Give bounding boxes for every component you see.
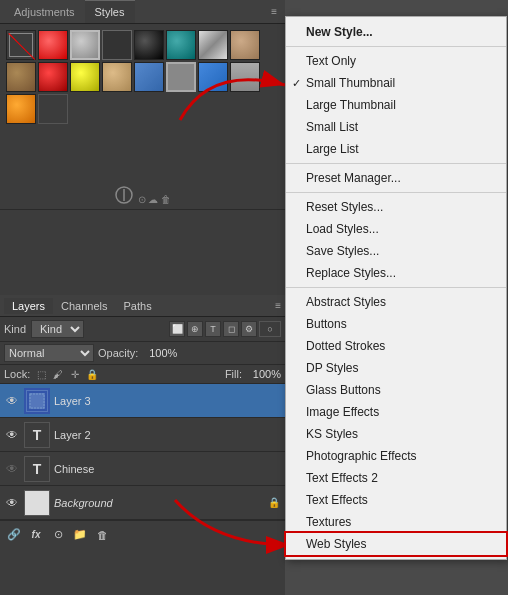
menu-buttons[interactable]: Buttons xyxy=(286,313,506,335)
layer-row-background[interactable]: 👁 Background 🔒 xyxy=(0,486,285,520)
background-name: Background xyxy=(54,497,263,509)
swatch-blue2[interactable] xyxy=(198,62,228,92)
eye-icon-background[interactable]: 👁 xyxy=(4,495,20,511)
menu-dp[interactable]: DP Styles xyxy=(286,357,506,379)
menu-ks[interactable]: KS Styles xyxy=(286,423,506,445)
menu-sep-2 xyxy=(286,163,506,164)
menu-text-fx2[interactable]: Text Effects 2 xyxy=(286,467,506,489)
panel-options-icon xyxy=(114,185,134,205)
layer3-name: Layer 3 xyxy=(54,395,281,407)
menu-large-list[interactable]: Large List xyxy=(286,138,506,160)
swatch-teal[interactable] xyxy=(166,30,196,60)
delete-icon[interactable]: 🗑 xyxy=(94,527,110,543)
thumb-layer2: T xyxy=(24,422,50,448)
menu-load-styles[interactable]: Load Styles... xyxy=(286,218,506,240)
lock-icons: ⬚ 🖌 ✛ 🔒 xyxy=(34,367,99,381)
lock-move-icon[interactable]: ✛ xyxy=(68,367,82,381)
menu-text-only[interactable]: Text Only xyxy=(286,50,506,72)
eye-icon-chinese[interactable]: 👁 xyxy=(4,461,20,477)
background-lock-icon: 🔒 xyxy=(267,497,281,508)
chinese-name: Chinese xyxy=(54,463,281,475)
tab-adjustments[interactable]: Adjustments xyxy=(4,0,85,23)
menu-abstract[interactable]: Abstract Styles xyxy=(286,291,506,313)
lock-all-icon[interactable]: 🔒 xyxy=(85,367,99,381)
layer-row-layer3[interactable]: 👁 Layer 3 xyxy=(0,384,285,418)
eye-icon-layer3[interactable]: 👁 xyxy=(4,393,20,409)
menu-web-styles[interactable]: Web Styles xyxy=(286,533,506,555)
swatch-empty[interactable] xyxy=(38,94,68,124)
menu-small-thumb[interactable]: Small Thumbnail xyxy=(286,72,506,94)
swatch-red2[interactable] xyxy=(38,62,68,92)
menu-photo[interactable]: Photographic Effects xyxy=(286,445,506,467)
swatch-blue-sq[interactable] xyxy=(134,62,164,92)
swatch-dark[interactable] xyxy=(102,30,132,60)
layer-row-layer2[interactable]: 👁 T Layer 2 xyxy=(0,418,285,452)
thumb-chinese: T xyxy=(24,456,50,482)
filter-pixel-icon[interactable]: ⬜ xyxy=(169,321,185,337)
swatch-lightgray[interactable] xyxy=(230,62,260,92)
blend-mode-select[interactable]: Normal xyxy=(4,344,94,362)
menu-sep-3 xyxy=(286,192,506,193)
svg-rect-2 xyxy=(28,392,46,410)
eye-icon-layer2[interactable]: 👁 xyxy=(4,427,20,443)
mask-icon[interactable]: ⊙ xyxy=(50,527,66,543)
kind-select[interactable]: Kind xyxy=(31,320,84,338)
tab-styles[interactable]: Styles xyxy=(85,0,135,23)
menu-reset-styles[interactable]: Reset Styles... xyxy=(286,196,506,218)
filter-shape-icon[interactable]: ◻ xyxy=(223,321,239,337)
menu-save-styles[interactable]: Save Styles... xyxy=(286,240,506,262)
lock-label: Lock: xyxy=(4,368,30,380)
layers-filter-row: Kind Kind ⬜ ⊕ T ◻ ⚙ ○ xyxy=(0,317,285,342)
layer-row-chinese[interactable]: 👁 T Chinese xyxy=(0,452,285,486)
swatch-silver[interactable] xyxy=(198,30,228,60)
menu-textures[interactable]: Textures xyxy=(286,511,506,533)
swatch-black[interactable] xyxy=(134,30,164,60)
layers-menu-button[interactable]: ≡ xyxy=(275,300,281,311)
lock-transparent-icon[interactable]: ⬚ xyxy=(34,367,48,381)
link-icon[interactable]: 🔗 xyxy=(6,527,22,543)
filter-toggle[interactable]: ○ xyxy=(259,321,281,337)
swatch-nostyle[interactable] xyxy=(6,30,36,60)
opacity-label: Opacity: xyxy=(98,347,138,359)
swatch-tan2[interactable] xyxy=(102,62,132,92)
menu-text-fx[interactable]: Text Effects xyxy=(286,489,506,511)
filter-adjust-icon[interactable]: ⊕ xyxy=(187,321,203,337)
menu-new-style[interactable]: New Style... xyxy=(286,21,506,43)
lock-paint-icon[interactable]: 🖌 xyxy=(51,367,65,381)
context-menu: New Style... Text Only Small Thumbnail L… xyxy=(285,16,507,560)
filter-text-icon[interactable]: T xyxy=(205,321,221,337)
menu-small-list[interactable]: Small List xyxy=(286,116,506,138)
thumb-layer3 xyxy=(24,388,50,414)
swatch-gray[interactable] xyxy=(70,30,100,60)
styles-menu-button[interactable]: ≡ xyxy=(267,6,281,17)
menu-image-fx[interactable]: Image Effects xyxy=(286,401,506,423)
swatch-brown[interactable] xyxy=(6,62,36,92)
fill-value: 100% xyxy=(246,368,281,380)
menu-large-thumb[interactable]: Large Thumbnail xyxy=(286,94,506,116)
filter-smart-icon[interactable]: ⚙ xyxy=(241,321,257,337)
fill-label: Fill: xyxy=(225,368,242,380)
menu-preset-mgr[interactable]: Preset Manager... xyxy=(286,167,506,189)
menu-replace-styles[interactable]: Replace Styles... xyxy=(286,262,506,284)
layers-tab-bar: Layers Channels Paths ≡ xyxy=(0,295,285,317)
opacity-value: 100% xyxy=(142,347,177,359)
swatch-tan[interactable] xyxy=(230,30,260,60)
styles-grid xyxy=(0,24,285,130)
swatch-orange[interactable] xyxy=(6,94,36,124)
styles-tab-bar: Adjustments Styles ≡ xyxy=(0,0,285,24)
tab-channels[interactable]: Channels xyxy=(53,298,115,314)
swatch-yellow[interactable] xyxy=(70,62,100,92)
thumb-background xyxy=(24,490,50,516)
tab-layers[interactable]: Layers xyxy=(4,298,53,314)
panel-area: Adjustments Styles ≡ ⊙ ☁ 🗑 Layer xyxy=(0,0,285,595)
lock-row: Lock: ⬚ 🖌 ✛ 🔒 Fill: 100% xyxy=(0,365,285,384)
tab-paths[interactable]: Paths xyxy=(116,298,160,314)
panel-status: ⊙ ☁ 🗑 xyxy=(138,194,172,205)
blend-row: Normal Opacity: 100% xyxy=(0,342,285,365)
fx-icon[interactable]: fx xyxy=(28,527,44,543)
swatch-gray-sq[interactable] xyxy=(166,62,196,92)
menu-dotted[interactable]: Dotted Strokes xyxy=(286,335,506,357)
menu-glass[interactable]: Glass Buttons xyxy=(286,379,506,401)
swatch-red[interactable] xyxy=(38,30,68,60)
folder-icon[interactable]: 📁 xyxy=(72,527,88,543)
